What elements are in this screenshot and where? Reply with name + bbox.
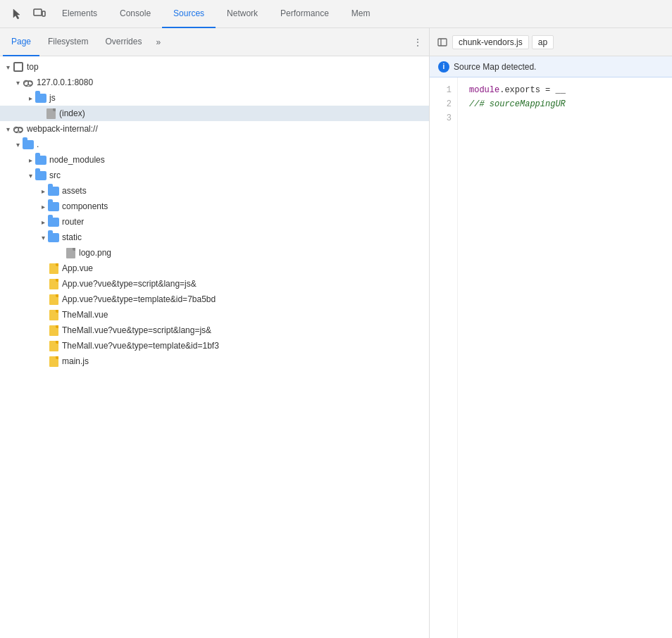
tree-item-appvue-template[interactable]: App.vue?vue&type=template&id=7ba5bd [0, 292, 429, 307]
frame-icon [13, 61, 24, 73]
more-options-button[interactable]: ⋮ [406, 28, 429, 56]
code-line-2: //# sourceMappingUR [469, 97, 661, 111]
tree-label-mainjs: main.js [62, 356, 89, 366]
tree-item-themall[interactable]: TheMall.vue [0, 307, 429, 323]
file-icon-themall-template [48, 340, 59, 351]
tree-item-src[interactable]: src [0, 168, 429, 183]
tree-item-origin[interactable]: 127.0.0.1:8080 [0, 75, 429, 90]
folder-icon-dot [23, 139, 34, 150]
left-panel: Page Filesystem Overrides » ⋮ top [0, 28, 430, 638]
code-property-exports: exports [504, 85, 540, 95]
folder-icon-static [48, 232, 59, 243]
device-toggle-icon[interactable] [28, 0, 51, 28]
tree-item-themall-script[interactable]: TheMall.vue?vue&type=script&lang=js& [0, 323, 429, 338]
tree-label-themall-script: TheMall.vue?vue&type=script&lang=js& [62, 325, 211, 335]
top-tab-bar: Elements Console Sources Network Perform… [0, 0, 672, 28]
code-operator-eq: = __ [540, 85, 566, 95]
code-content[interactable]: module.exports = __ //# sourceMappingUR [458, 77, 672, 638]
tree-arrow-dot[interactable] [13, 139, 23, 149]
tree-item-components[interactable]: components [0, 199, 429, 214]
svg-rect-8 [438, 39, 447, 46]
svg-rect-0 [34, 9, 42, 15]
tree-item-static[interactable]: static [0, 230, 429, 245]
tab-performance[interactable]: Performance [269, 0, 340, 28]
tree-arrow-components[interactable] [38, 201, 48, 211]
tree-arrow-js[interactable] [25, 93, 35, 103]
tree-label-appvue: App.vue [62, 263, 93, 273]
info-message: Source Map detected. [454, 62, 536, 72]
tree-arrow-src[interactable] [25, 170, 35, 180]
tree-item-index[interactable]: (index) [0, 106, 429, 121]
tree-arrow-origin[interactable] [13, 77, 23, 87]
tree-arrow-assets[interactable] [38, 186, 48, 196]
tree-arrow-webpack[interactable] [3, 124, 13, 134]
tree-label-top: top [27, 62, 39, 72]
tree-item-logo[interactable]: logo.png [0, 245, 429, 261]
folder-icon-node-modules [35, 154, 46, 165]
tree-label-themall: TheMall.vue [62, 310, 108, 320]
tree-label-themall-template: TheMall.vue?vue&type=template&id=1bf3 [62, 341, 219, 351]
line-numbers: 1 2 3 [430, 77, 458, 638]
tree-arrow-node-modules[interactable] [25, 155, 35, 165]
tree-label-node-modules: node_modules [49, 155, 105, 165]
tree-arrow-top[interactable] [3, 62, 13, 72]
info-icon: i [438, 61, 449, 73]
tree-label-appvue-template: App.vue?vue&type=template&id=7ba5bd [62, 294, 216, 304]
cloud-icon-webpack [13, 123, 24, 135]
tree-label-appvue-script: App.vue?vue&type=script&lang=js& [62, 279, 197, 289]
right-top-bar: chunk-vendors.js ap [430, 28, 672, 56]
tree-item-router[interactable]: router [0, 214, 429, 230]
open-file-tab-chunk-vendors[interactable]: chunk-vendors.js [452, 35, 529, 49]
line-number-3: 3 [430, 111, 457, 125]
file-tree: top 127.0.0.1:8080 [0, 56, 429, 638]
tree-item-appvue-script[interactable]: App.vue?vue&type=script&lang=js& [0, 276, 429, 292]
tree-item-top[interactable]: top [0, 59, 429, 75]
tree-item-appvue[interactable]: App.vue [0, 261, 429, 276]
tree-label-logo: logo.png [79, 248, 111, 258]
tree-item-mainjs[interactable]: main.js [0, 354, 429, 369]
tree-item-dot[interactable]: . [0, 137, 429, 152]
tree-item-webpack[interactable]: webpack-internal:// [0, 121, 429, 137]
main-container: Page Filesystem Overrides » ⋮ top [0, 28, 672, 638]
folder-icon-assets [48, 185, 59, 196]
file-icon-themall [48, 309, 59, 320]
right-panel: chunk-vendors.js ap i Source Map detecte… [430, 28, 672, 638]
tree-label-static: static [62, 232, 82, 242]
open-file-tab-ap[interactable]: ap [532, 35, 554, 49]
tab-page[interactable]: Page [3, 28, 39, 56]
tree-item-assets[interactable]: assets [0, 183, 429, 199]
folder-icon-router [48, 216, 59, 227]
folder-icon-components [48, 201, 59, 212]
file-icon-index [45, 108, 56, 119]
tree-label-assets: assets [62, 186, 87, 196]
tab-overrides[interactable]: Overrides [97, 28, 150, 56]
code-line-1: module.exports = __ [469, 83, 661, 97]
tree-label-index: (index) [59, 108, 85, 118]
tab-sources[interactable]: Sources [162, 0, 216, 28]
line-number-2: 2 [430, 97, 457, 111]
tree-label-origin: 127.0.0.1:8080 [37, 77, 93, 87]
tree-item-node-modules[interactable]: node_modules [0, 152, 429, 168]
tab-network[interactable]: Network [216, 0, 269, 28]
code-line-3 [469, 111, 661, 125]
tree-item-themall-template[interactable]: TheMall.vue?vue&type=template&id=1bf3 [0, 338, 429, 354]
tree-label-components: components [62, 201, 108, 211]
code-keyword-module: module [469, 85, 499, 95]
tab-elements[interactable]: Elements [51, 0, 108, 28]
file-icon-themall-script [48, 325, 59, 336]
file-icon-appvue [48, 263, 59, 274]
tab-console[interactable]: Console [108, 0, 162, 28]
tab-more[interactable]: » [150, 28, 166, 56]
tree-label-router: router [62, 217, 84, 227]
cloud-icon-origin [23, 77, 34, 88]
tree-arrow-static[interactable] [38, 232, 48, 242]
svg-rect-1 [42, 11, 45, 16]
tree-item-js[interactable]: js [0, 90, 429, 106]
tree-label-src: src [49, 170, 61, 180]
tree-arrow-router[interactable] [38, 217, 48, 227]
file-icon-appvue-script [48, 278, 59, 289]
collapse-nav-button[interactable] [435, 35, 449, 49]
tab-memory[interactable]: Mem [340, 0, 382, 28]
cursor-icon[interactable] [6, 0, 28, 28]
tab-filesystem[interactable]: Filesystem [39, 28, 97, 56]
